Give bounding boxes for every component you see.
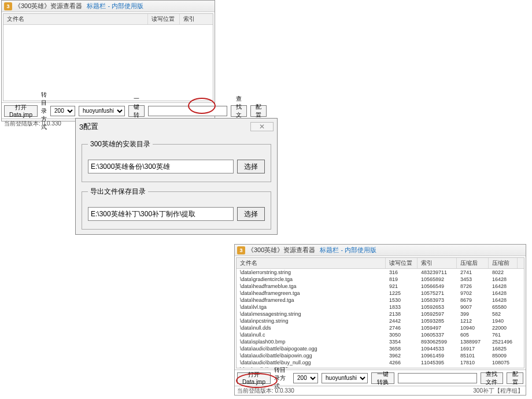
- status-team: 300补丁【程序组】: [473, 387, 523, 395]
- dialog-title: 配置: [83, 121, 98, 132]
- search-input[interactable]: [148, 106, 227, 116]
- table-row[interactable]: \data\headframegreen.tga1225105752719702…: [237, 290, 524, 297]
- table-row[interactable]: \data\headframeblue.tga92110566549872616…: [237, 283, 524, 290]
- col-pos[interactable]: 读写位置: [148, 14, 180, 24]
- resource-viewer-window-populated: 3 《300英雄》资源查看器 标题栏 - 内部使用版 文件名 读写位置 索引 压…: [234, 244, 526, 396]
- preset-select[interactable]: huoyunfushi: [322, 373, 368, 383]
- window-title: 《300英雄》资源查看器: [247, 246, 315, 254]
- table-row[interactable]: \data\audio\battle\buy_null.ogg426611045…: [237, 359, 524, 366]
- install-dir-group: 300英雄的安装目录 选择: [82, 139, 271, 182]
- toolbar: 打开Data.jmp 转目录方式 200 huoyunfushi 一键转换 查找…: [2, 102, 215, 119]
- col-compressed[interactable]: 压缩后: [457, 258, 489, 268]
- install-dir-input[interactable]: [88, 160, 234, 173]
- col-uncompressed[interactable]: 压缩前: [489, 258, 518, 268]
- install-dir-label: 300英雄的安装目录: [88, 139, 153, 149]
- table-row[interactable]: \data\null.c305010605337605761: [237, 331, 524, 338]
- table-body: \data\errorstring.string3164832397112741…: [237, 269, 524, 368]
- find-file-button[interactable]: 查找文件: [231, 105, 247, 117]
- table-row[interactable]: \data\gradientcircle.tga8191056589234531…: [237, 276, 524, 283]
- col-index[interactable]: 索引: [180, 14, 213, 24]
- config-dialog: 3 配置 ✕ 300英雄的安装目录 选择 导出文件保存目录 选择: [75, 118, 278, 235]
- status-version: 当前登陆版本: 0.0.330: [237, 387, 294, 395]
- app-icon: 3: [237, 246, 245, 254]
- col-filename[interactable]: 文件名: [237, 258, 386, 268]
- dialog-titlebar: 3 配置 ✕: [76, 119, 277, 135]
- choose-install-dir-button[interactable]: 选择: [237, 160, 265, 173]
- config-button[interactable]: 配置: [250, 105, 267, 117]
- window-subtitle: 标题栏 - 内部使用版: [87, 2, 143, 10]
- file-table[interactable]: 文件名 读写位置 索引 压缩后 压缩前 \data\errorstring.st…: [236, 257, 524, 368]
- export-dir-input[interactable]: [88, 207, 234, 221]
- titlebar: 3 《300英雄》资源查看器 标题栏 - 内部使用版: [2, 1, 215, 12]
- export-dir-label: 导出文件保存目录: [88, 187, 148, 197]
- export-dir-group: 导出文件保存目录 选择: [82, 187, 271, 230]
- table-row[interactable]: \data\audio\battle\baipogoate.ogg3658109…: [237, 345, 524, 352]
- app-icon: 3: [4, 2, 12, 10]
- preset-select[interactable]: huoyunfushi: [79, 106, 125, 116]
- resource-viewer-window-empty: 3 《300英雄》资源查看器 标题栏 - 内部使用版 文件名 读写位置 索引 压…: [1, 0, 215, 121]
- table-row[interactable]: \data\messagestring.string21381059259739…: [237, 311, 524, 317]
- table-header: 文件名 读写位置 索引 压缩后 压缩前: [237, 258, 524, 269]
- table-row[interactable]: \data\lvl.tga183310592653900765580: [237, 304, 524, 311]
- search-input[interactable]: [398, 373, 477, 383]
- table-row[interactable]: \data\null.dds274610594971094022000: [237, 324, 524, 331]
- find-file-button[interactable]: 查找文件: [481, 372, 504, 384]
- table-row[interactable]: \data\npcstring.string244210593285121219…: [237, 317, 524, 324]
- window-title: 《300英雄》资源查看器: [14, 2, 82, 10]
- onekey-convert-button[interactable]: 一键转换: [128, 105, 145, 117]
- statusbar: 当前登陆版本: 0.0.330 300补丁【程序组】: [235, 386, 526, 395]
- choose-export-dir-button[interactable]: 选择: [237, 207, 265, 221]
- col-index[interactable]: 索引: [418, 258, 457, 268]
- table-header: 文件名 读写位置 索引 压缩后 压缩前 覆: [3, 14, 213, 25]
- table-row[interactable]: \data\headframered.tga153010583973867916…: [237, 297, 524, 304]
- status-version: 当前登陆版本: 0.0.330: [4, 120, 61, 128]
- file-table-empty: 文件名 读写位置 索引 压缩后 压缩前 覆: [3, 13, 213, 101]
- app-icon: 3: [79, 123, 83, 131]
- window-subtitle: 标题栏 - 内部使用版: [320, 246, 376, 254]
- titlebar: 3 《300英雄》资源查看器 标题栏 - 内部使用版: [235, 245, 526, 256]
- col-filename[interactable]: 文件名: [3, 14, 148, 24]
- open-data-button[interactable]: 打开Data.jmp: [237, 372, 271, 384]
- table-row[interactable]: \data\errorstring.string3164832397112741…: [237, 269, 524, 276]
- close-icon[interactable]: ✕: [250, 122, 274, 131]
- col-pos[interactable]: 读写位置: [386, 258, 418, 268]
- num-select[interactable]: 200: [293, 373, 318, 383]
- num-select[interactable]: 200: [50, 106, 75, 116]
- table-row[interactable]: \data\splash00.bmp3354893062599138899725…: [237, 338, 524, 345]
- onekey-convert-button[interactable]: 一键转换: [371, 372, 394, 384]
- toolbar: 打开Data.jmp 转目录方式 200 huoyunfushi 一键转换 查找…: [235, 370, 526, 386]
- open-data-button[interactable]: 打开Data.jmp: [4, 105, 38, 117]
- table-row[interactable]: \data\audio\battle\baipowin.ogg396210961…: [237, 352, 524, 359]
- config-button[interactable]: 配置: [507, 372, 523, 384]
